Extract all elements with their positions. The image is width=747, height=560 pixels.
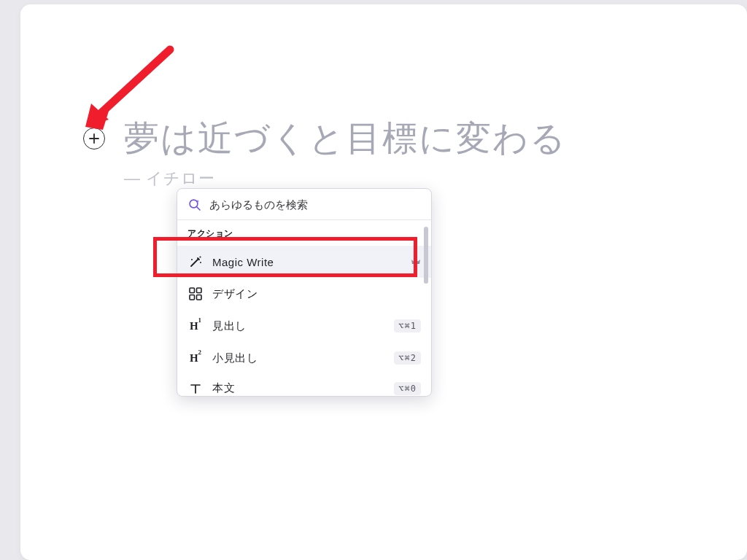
menu-item-body-text[interactable]: 本文 ⌥⌘0 (177, 374, 431, 396)
menu-item-subheading[interactable]: H2 小見出し ⌥⌘2 (177, 342, 431, 374)
scrollbar-thumb[interactable] (424, 227, 428, 284)
h1-icon: H1 (187, 318, 204, 334)
svg-point-0 (190, 200, 198, 208)
shortcut-badge: ⌥⌘1 (394, 319, 421, 332)
menu-item-magic-write[interactable]: Magic Write (177, 246, 431, 278)
sparkle-search-icon (187, 198, 202, 212)
menu-item-label: 小見出し (212, 351, 385, 365)
wand-icon (187, 254, 204, 270)
menu-section-label: アクション (177, 220, 431, 246)
svg-point-1 (199, 256, 201, 257)
menu-search-row[interactable]: あらゆるものを検索 (177, 189, 431, 219)
page-title-placeholder[interactable]: 夢は近づくと目標に変わる (124, 115, 567, 162)
svg-rect-4 (190, 288, 195, 293)
svg-point-2 (191, 259, 193, 260)
shortcut-badge: ⌥⌘0 (394, 382, 421, 395)
svg-rect-7 (197, 295, 202, 300)
menu-item-label: デザイン (212, 287, 421, 301)
block-insert-menu: あらゆるものを検索 アクション Magic Write (177, 188, 432, 397)
menu-item-heading[interactable]: H1 見出し ⌥⌘1 (177, 310, 431, 342)
svg-rect-6 (190, 295, 195, 300)
crown-icon (411, 257, 421, 267)
svg-rect-5 (197, 288, 202, 293)
shortcut-badge: ⌥⌘2 (394, 351, 421, 365)
menu-item-design[interactable]: デザイン (177, 278, 431, 310)
plus-icon (88, 133, 100, 144)
text-icon (187, 381, 204, 397)
menu-search-placeholder: あらゆるものを検索 (209, 198, 308, 212)
page-subtitle-placeholder[interactable]: — イチロー (124, 168, 215, 190)
add-block-button[interactable] (83, 128, 105, 149)
svg-point-3 (200, 262, 201, 263)
h2-icon: H2 (187, 350, 204, 366)
grid-icon (187, 286, 204, 302)
menu-item-label: 見出し (212, 319, 385, 333)
menu-item-label: Magic Write (212, 256, 402, 268)
menu-item-label: 本文 (212, 381, 385, 395)
document-card: 夢は近づくと目標に変わる — イチロー あらゆるものを検索 アクション (20, 4, 747, 560)
menu-scrollbar[interactable] (424, 227, 428, 393)
menu-list: Magic Write デザイン (177, 246, 431, 396)
